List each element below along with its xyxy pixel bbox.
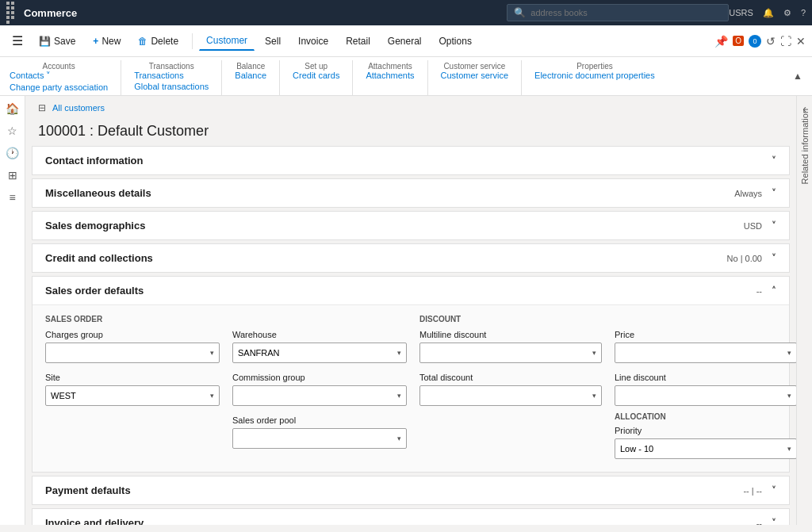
search-bar[interactable]: 🔍 [507, 4, 729, 21]
title-bar: Commerce 🔍 USRS 🔔 ⚙ ? [0, 0, 812, 25]
balance-link[interactable]: Balance [235, 71, 266, 80]
ribbon-group-attachments: Attachments Attachments [353, 60, 427, 95]
invoice-delivery-meta: -- [756, 519, 762, 526]
tab-invoice[interactable]: Invoice [291, 32, 335, 51]
priority-field: Priority Low - 10 ▾ [615, 426, 796, 459]
ribbon-collapse[interactable]: ▲ [793, 60, 802, 95]
refresh-icon[interactable]: ↺ [766, 35, 776, 48]
warehouse-select[interactable]: SANFRAN ▾ [232, 343, 407, 363]
main-layout: 🏠 ☆ 🕐 ⊞ ≡ ⊟ All customers 100001 : Defau… [0, 96, 812, 525]
left-sidebar: 🏠 ☆ 🕐 ⊞ ≡ [0, 96, 25, 525]
ribbon-group-customer-service: Customer service Customer service [428, 60, 523, 95]
pin-icon[interactable]: 📌 [714, 35, 728, 48]
help-icon[interactable]: ? [801, 8, 806, 17]
search-input[interactable] [530, 8, 721, 17]
site-select[interactable]: WEST ▾ [45, 385, 220, 406]
site-label: Site [45, 373, 220, 382]
app-grid-icon[interactable] [6, 2, 17, 24]
new-icon: + [93, 36, 98, 47]
price-select[interactable]: ▾ [615, 343, 796, 363]
chevron-up-icon[interactable]: ▲ [793, 71, 802, 82]
hamburger-menu[interactable]: ☰ [6, 31, 29, 51]
section-header-invoice-delivery[interactable]: Invoice and delivery -- ˅ [33, 509, 789, 525]
recent-icon[interactable]: 🕐 [6, 147, 19, 159]
section-header-payment[interactable]: Payment defaults -- | -- ˅ [33, 477, 789, 504]
change-party-link[interactable]: Change party association [10, 82, 108, 92]
section-title-credit: Credit and collections [45, 252, 153, 264]
ribbon-item-credit-cards[interactable]: Credit cards [293, 71, 339, 80]
attachments-link[interactable]: Attachments [366, 71, 414, 80]
grid-icon[interactable]: ⊞ [8, 169, 17, 182]
sales-order-defaults-body: SALES ORDER Charges group ▾ Site WEST [33, 304, 789, 472]
ribbon-item-change-party[interactable]: Change party association [10, 82, 108, 92]
related-information-label[interactable]: Related information [800, 109, 810, 184]
sales-order-col3: DISCOUNT Multiline discount ▾ Total disc… [419, 315, 602, 406]
ribbon-item-attachments[interactable]: Attachments [366, 71, 414, 80]
ribbon-items-customer-service: Customer service [441, 71, 509, 80]
misc-meta-value: Always [734, 189, 762, 198]
sales-order-pool-label: Sales order pool [232, 415, 407, 425]
new-button[interactable]: + New [86, 32, 128, 51]
electronic-doc-link[interactable]: Electronic document properties [534, 71, 655, 80]
section-header-credit[interactable]: Credit and collections No | 0.00 ˅ [33, 244, 789, 272]
filter-icon[interactable]: ⊟ [38, 102, 46, 113]
commission-group-label: Commission group [232, 373, 407, 382]
tab-retail[interactable]: Retail [339, 32, 377, 51]
section-meta-credit: No | 0.00 ˅ [727, 253, 776, 263]
ribbon-item-balance[interactable]: Balance [235, 71, 266, 80]
tab-general[interactable]: General [381, 32, 429, 51]
save-button[interactable]: 💾 Save [32, 32, 82, 51]
section-meta-misc: Always ˅ [734, 188, 776, 198]
tab-options[interactable]: Options [432, 32, 479, 51]
section-header-misc[interactable]: Miscellaneous details Always ˅ [33, 179, 789, 207]
ribbon-item-electronic-doc[interactable]: Electronic document properties [534, 71, 655, 80]
settings-icon[interactable]: ⚙ [783, 8, 791, 18]
section-meta-sales-demo: USD ˅ [744, 220, 776, 231]
charges-group-select[interactable]: ▾ [45, 343, 220, 363]
office-icon[interactable]: O [733, 36, 744, 46]
line-discount-select[interactable]: ▾ [615, 385, 796, 406]
contacts-link[interactable]: Contacts ˅ [10, 71, 51, 81]
transactions-link[interactable]: Transactions [134, 71, 184, 80]
badge-icon[interactable]: 0 [749, 35, 761, 48]
sales-order-defaults-grid: SALES ORDER Charges group ▾ Site WEST [45, 315, 776, 459]
list-icon[interactable]: ≡ [9, 191, 15, 204]
ribbon-group-title-customer-service: Customer service [441, 62, 509, 71]
total-discount-select[interactable]: ▾ [419, 385, 602, 406]
ribbon-item-transactions[interactable]: Transactions [134, 71, 184, 80]
section-title-payment: Payment defaults [45, 484, 131, 496]
site-field: Site WEST ▾ [45, 373, 220, 406]
commission-group-select[interactable]: ▾ [232, 385, 407, 406]
section-title-sales-defaults: Sales order defaults [45, 285, 144, 297]
delete-button[interactable]: 🗑 Delete [131, 32, 186, 51]
close-icon[interactable]: ✕ [796, 35, 806, 48]
priority-select[interactable]: Low - 10 ▾ [615, 438, 796, 459]
sales-order-group-label: SALES ORDER [45, 315, 220, 323]
ribbon-items-transactions: Transactions [134, 71, 209, 80]
user-label: USRS [729, 8, 753, 17]
expand-icon[interactable]: ⛶ [780, 35, 791, 48]
star-icon[interactable]: ☆ [7, 124, 17, 137]
bell-icon[interactable]: 🔔 [763, 8, 774, 18]
tab-sell[interactable]: Sell [258, 32, 288, 51]
breadcrumb[interactable]: All customers [52, 103, 105, 113]
ribbon-items-accounts: Contacts ˅ [10, 71, 108, 81]
ribbon-item-customer-service[interactable]: Customer service [441, 71, 509, 80]
section-header-sales-demo[interactable]: Sales demographics USD ˅ [33, 212, 789, 239]
section-header-sales-defaults[interactable]: Sales order defaults -- ˄ [33, 277, 789, 304]
section-meta-sales-defaults: -- ˄ [756, 285, 776, 296]
ribbon-items-attachments: Attachments [366, 71, 414, 80]
section-title-sales-demo: Sales demographics [45, 220, 145, 232]
customer-service-link[interactable]: Customer service [441, 71, 509, 80]
warehouse-arrow: ▾ [397, 349, 401, 357]
ribbon-item-global-transactions[interactable]: Global transactions [134, 82, 209, 91]
multiline-discount-select[interactable]: ▾ [419, 343, 602, 363]
section-header-contact[interactable]: Contact information ˅ [33, 147, 789, 174]
separator [192, 33, 193, 49]
sales-order-pool-select[interactable]: ▾ [232, 428, 407, 449]
ribbon-item-contacts[interactable]: Contacts ˅ [10, 71, 51, 81]
credit-cards-link[interactable]: Credit cards [293, 71, 339, 80]
tab-customer[interactable]: Customer [199, 31, 255, 51]
global-transactions-link[interactable]: Global transactions [134, 82, 209, 91]
home-icon[interactable]: 🏠 [6, 102, 19, 115]
